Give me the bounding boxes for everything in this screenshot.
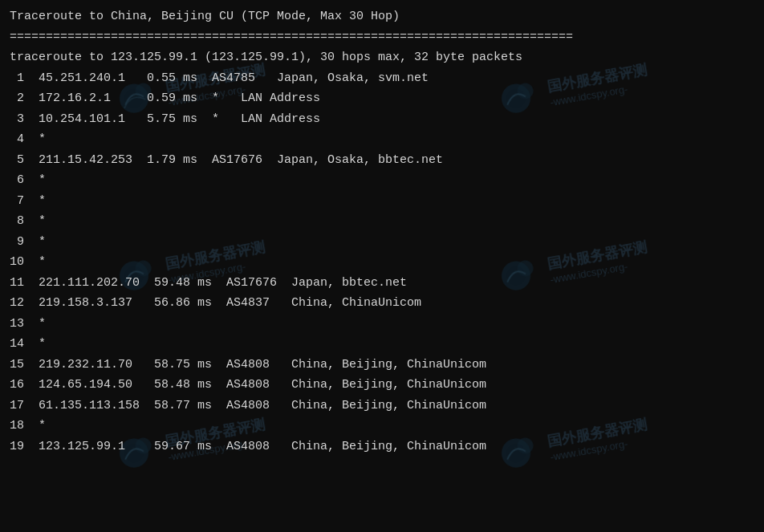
hop-2: 2 172.16.2.1 0.59 ms * LAN Address <box>10 88 754 109</box>
hop-1: 1 45.251.240.1 0.55 ms AS4785 Japan, Osa… <box>10 68 754 89</box>
hop-6: 6 * <box>10 170 754 191</box>
hop-14: 14 * <box>10 334 754 355</box>
hop-15: 15 219.232.11.70 58.75 ms AS4808 China, … <box>10 355 754 376</box>
traceroute-title: Traceroute to China, Beijing CU (TCP Mod… <box>10 6 754 27</box>
hop-9: 9 * <box>10 232 754 253</box>
hop-4: 4 * <box>10 129 754 150</box>
hop-17: 17 61.135.113.158 58.77 ms AS4808 China,… <box>10 396 754 416</box>
hop-11: 11 221.111.202.70 59.48 ms AS17676 Japan… <box>10 273 754 294</box>
hop-13: 13 * <box>10 314 754 335</box>
hop-8: 8 * <box>10 211 754 232</box>
hop-3: 3 10.254.101.1 5.75 ms * LAN Address <box>10 109 754 130</box>
hop-19: 19 123.125.99.1 59.67 ms AS4808 China, B… <box>10 437 754 457</box>
hop-5: 5 211.15.42.253 1.79 ms AS17676 Japan, O… <box>10 150 754 171</box>
traceroute-header: traceroute to 123.125.99.1 (123.125.99.1… <box>10 47 754 68</box>
terminal-output: Traceroute to China, Beijing CU (TCP Mod… <box>0 0 764 463</box>
separator-line: ========================================… <box>10 27 754 48</box>
hop-12: 12 219.158.3.137 56.86 ms AS4837 China, … <box>10 293 754 314</box>
hop-7: 7 * <box>10 191 754 212</box>
hop-18: 18 * <box>10 416 754 437</box>
hop-16: 16 124.65.194.50 58.48 ms AS4808 China, … <box>10 375 754 396</box>
hop-10: 10 * <box>10 252 754 273</box>
